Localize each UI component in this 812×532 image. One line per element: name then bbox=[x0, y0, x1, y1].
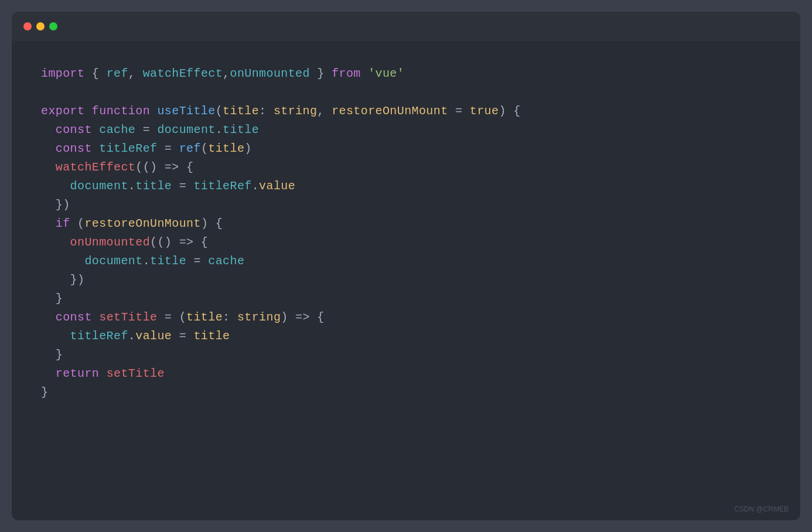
code-line-3: export function useTitle(title: string, … bbox=[41, 102, 771, 121]
code-line-2 bbox=[41, 83, 771, 102]
code-line-4: const cache = document.title bbox=[41, 121, 771, 139]
code-line-6: watchEffect(() => { bbox=[41, 158, 771, 177]
code-line-5: const titleRef = ref(title) bbox=[41, 139, 771, 158]
code-line-18: } bbox=[41, 383, 771, 402]
code-line-16: } bbox=[41, 346, 771, 364]
code-editor: import { ref, watchEffect,onUnmounted } … bbox=[12, 41, 800, 425]
code-line-7: document.title = titleRef.value bbox=[41, 177, 771, 196]
code-line-17: return setTitle bbox=[41, 364, 771, 383]
code-line-14: const setTitle = (title: string) => { bbox=[41, 308, 771, 327]
close-button[interactable] bbox=[23, 22, 32, 30]
minimize-button[interactable] bbox=[36, 22, 45, 30]
title-bar bbox=[12, 12, 800, 41]
code-line-1: import { ref, watchEffect,onUnmounted } … bbox=[41, 64, 771, 83]
code-line-8: }) bbox=[41, 196, 771, 214]
maximize-button[interactable] bbox=[49, 22, 57, 30]
code-line-10: onUnmounted(() => { bbox=[41, 233, 771, 252]
code-window: import { ref, watchEffect,onUnmounted } … bbox=[12, 12, 800, 520]
code-line-15: titleRef.value = title bbox=[41, 327, 771, 346]
watermark: CSDN @CRMEB bbox=[734, 505, 789, 513]
code-line-11: document.title = cache bbox=[41, 252, 771, 271]
code-line-13: } bbox=[41, 289, 771, 308]
code-line-12: }) bbox=[41, 271, 771, 289]
code-line-9: if (restoreOnUnMount) { bbox=[41, 214, 771, 233]
